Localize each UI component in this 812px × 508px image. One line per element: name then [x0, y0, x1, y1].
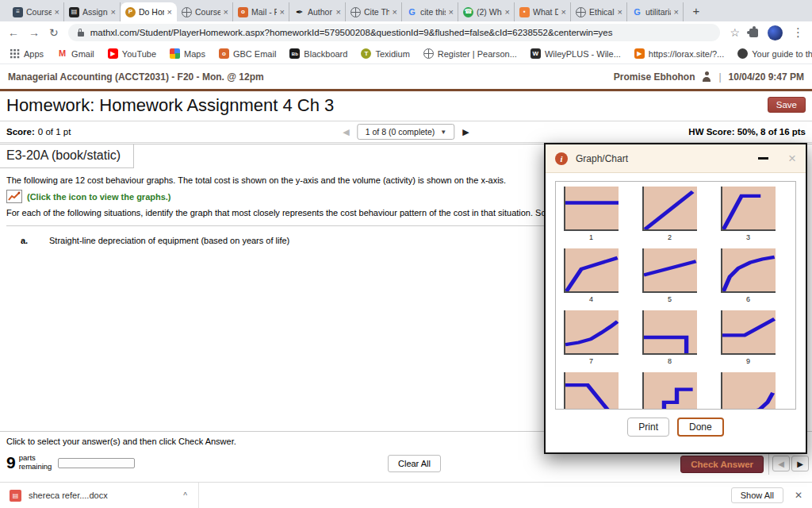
- check-answer-button[interactable]: Check Answer: [680, 456, 764, 473]
- outlook-icon: o: [219, 48, 229, 59]
- download-file-name[interactable]: shereca refer....docx: [29, 491, 108, 500]
- bookmark-item[interactable]: Register | Pearson...: [423, 48, 517, 59]
- reload-button[interactable]: ↻: [49, 26, 59, 39]
- extensions-icon[interactable]: [749, 29, 758, 37]
- next-part-button[interactable]: ▶: [791, 456, 809, 471]
- bookmark-item[interactable]: MGmail: [57, 48, 94, 59]
- url-text[interactable]: mathxl.com/Student/PlayerHomework.aspx?h…: [90, 28, 613, 37]
- modal-header[interactable]: i Graph/Chart ×: [546, 144, 806, 173]
- prev-part-button[interactable]: ◀: [772, 456, 790, 471]
- chart-icon[interactable]: [6, 190, 22, 203]
- graph-panel: [721, 372, 776, 410]
- bookmark-label: Gmail: [71, 49, 94, 59]
- tab-close-icon[interactable]: ×: [167, 7, 172, 17]
- close-icon[interactable]: ×: [788, 152, 796, 165]
- back-button[interactable]: ←: [8, 26, 19, 39]
- quill-icon: ✒: [294, 7, 304, 17]
- graph-number: 9: [721, 357, 776, 365]
- download-item[interactable]: ▤ shereca refer....docx ^: [10, 483, 199, 508]
- browser-menu-icon[interactable]: ⋮: [792, 25, 804, 40]
- tab-close-icon[interactable]: ×: [505, 7, 510, 17]
- browser-tab[interactable]: ✒Author a×: [289, 2, 346, 21]
- graph-panel: [642, 248, 697, 293]
- tab-close-icon[interactable]: ×: [449, 7, 454, 17]
- browser-tab[interactable]: PDo Hom×: [121, 2, 177, 21]
- download-caret-icon[interactable]: ^: [183, 491, 187, 500]
- question-pager: ◀ 1 of 8 (0 complete) ▼ ▶: [343, 124, 469, 140]
- download-bar-close-icon[interactable]: ✕: [795, 490, 802, 501]
- bookmark-item[interactable]: WWileyPLUS - Wile...: [530, 48, 621, 59]
- tab-close-icon[interactable]: ×: [393, 7, 397, 17]
- graphs-grid: 123456789101112: [564, 187, 795, 410]
- bookmark-item[interactable]: Maps: [170, 48, 205, 59]
- tab-title: Mail - Pr: [251, 7, 277, 17]
- bookmark-label: Your guide to the...: [752, 49, 812, 59]
- graph-thumbnail[interactable]: 2: [642, 187, 697, 241]
- browser-tab[interactable]: ≡Course c×: [8, 2, 64, 21]
- apps-grid-icon: [10, 48, 20, 59]
- browser-tab[interactable]: Gutilitaria×: [627, 2, 684, 21]
- next-question-button[interactable]: ▶: [462, 127, 469, 137]
- hw-score-value: 50%, 8 of 16 pts: [737, 127, 806, 137]
- show-all-button[interactable]: Show All: [731, 487, 783, 503]
- clear-all-button[interactable]: Clear All: [388, 455, 441, 472]
- graph-thumbnail[interactable]: 4: [564, 248, 619, 303]
- browser-tab[interactable]: ☎(2) Wha×: [458, 2, 515, 21]
- graph-thumbnail[interactable]: 9: [721, 310, 776, 365]
- bookmark-item[interactable]: Apps: [10, 48, 44, 59]
- graph-thumbnail[interactable]: 8: [642, 310, 697, 365]
- tab-title: utilitaria: [645, 7, 671, 17]
- save-button[interactable]: Save: [768, 97, 806, 113]
- done-button[interactable]: Done: [677, 418, 724, 437]
- tab-close-icon[interactable]: ×: [55, 7, 59, 17]
- user-icon[interactable]: [702, 71, 711, 82]
- graph-thumbnail[interactable]: 6: [721, 248, 776, 303]
- tab-close-icon[interactable]: ×: [561, 7, 566, 17]
- tab-close-icon[interactable]: ×: [674, 7, 679, 17]
- tab-close-icon[interactable]: ×: [280, 7, 285, 17]
- tab-close-icon[interactable]: ×: [111, 7, 116, 17]
- graph-thumbnail[interactable]: 1: [564, 187, 619, 241]
- address-bar[interactable]: mathxl.com/Student/PlayerHomework.aspx?h…: [68, 24, 721, 41]
- minimize-button[interactable]: [758, 157, 768, 160]
- bookmarks-container: AppsMGmail▶YouTubeMapsoGBC EmailBbBlackb…: [10, 48, 812, 59]
- browser-tab[interactable]: Course S×: [177, 2, 233, 21]
- browser-tab[interactable]: ▤Assignm×: [64, 2, 121, 21]
- modal-title: Graph/Chart: [576, 153, 628, 164]
- browser-tab[interactable]: oMail - Pr×: [233, 2, 289, 21]
- new-tab-button[interactable]: +: [690, 5, 703, 17]
- browser-tab[interactable]: Cite Thi×: [346, 2, 402, 21]
- graph-thumbnail[interactable]: 5: [642, 248, 697, 303]
- prev-question-button[interactable]: ◀: [343, 127, 349, 137]
- print-button[interactable]: Print: [627, 418, 669, 437]
- question-select-button[interactable]: 1 of 8 (0 complete) ▼: [358, 124, 454, 140]
- bookmark-star-icon[interactable]: ☆: [730, 26, 740, 39]
- bookmark-item[interactable]: ▶YouTube: [108, 48, 156, 59]
- pearson-icon: P: [125, 7, 136, 17]
- bookmark-item[interactable]: ▶https://lorax.site/?...: [634, 48, 724, 59]
- tab-close-icon[interactable]: ×: [618, 7, 622, 17]
- profile-avatar[interactable]: [768, 25, 783, 40]
- bookmark-item[interactable]: Your guide to the...: [737, 48, 812, 59]
- browser-tab[interactable]: Ethical T×: [571, 2, 627, 21]
- forward-button[interactable]: →: [29, 26, 40, 39]
- graph-thumbnail[interactable]: 12: [721, 372, 776, 410]
- chat-icon: ▪: [519, 7, 530, 17]
- globe-icon: [423, 48, 434, 59]
- graph-thumbnail[interactable]: 7: [564, 310, 619, 365]
- tab-close-icon[interactable]: ×: [224, 7, 228, 17]
- graphs-scroll-box[interactable]: 123456789101112: [555, 181, 796, 410]
- browser-tab[interactable]: ▪What Do×: [515, 2, 571, 21]
- graph-thumbnail[interactable]: 10: [564, 372, 619, 410]
- bookmark-label: Blackboard: [304, 49, 347, 59]
- user-name[interactable]: Promise Ebhohon: [614, 71, 695, 83]
- footer-separator: [768, 454, 769, 475]
- browser-tab[interactable]: Gcite this×: [402, 2, 458, 21]
- bookmark-item[interactable]: oGBC Email: [219, 48, 276, 59]
- bookmark-item[interactable]: TTexidium: [361, 48, 409, 59]
- tab-close-icon[interactable]: ×: [336, 7, 341, 17]
- graph-thumbnail[interactable]: 3: [721, 187, 776, 241]
- bookmark-item[interactable]: BbBlackboard: [289, 48, 347, 59]
- item-text: Straight-line depreciation of equipment …: [49, 236, 289, 245]
- graph-thumbnail[interactable]: 11: [642, 372, 697, 410]
